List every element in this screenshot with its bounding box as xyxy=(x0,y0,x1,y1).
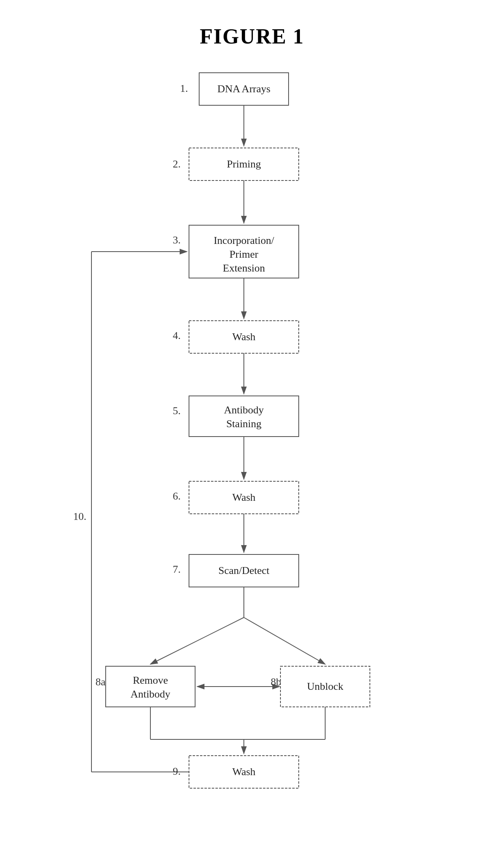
svg-line-10 xyxy=(150,617,244,664)
diagram-container: 1. 2. 3. 4. 5. 6. 7. 8a. 8b. 9. 10. DNA … xyxy=(69,73,435,845)
figure-title: FIGURE 1 xyxy=(200,24,304,48)
svg-text:4.: 4. xyxy=(173,330,181,341)
svg-text:Primer: Primer xyxy=(230,248,259,260)
svg-text:Incorporation/: Incorporation/ xyxy=(214,235,275,246)
svg-line-11 xyxy=(244,617,325,664)
svg-text:1.: 1. xyxy=(180,83,188,94)
svg-text:7.: 7. xyxy=(173,563,181,575)
svg-text:Antibody: Antibody xyxy=(130,688,170,700)
svg-text:Extension: Extension xyxy=(223,262,265,274)
svg-text:6.: 6. xyxy=(173,490,181,502)
svg-text:Wash: Wash xyxy=(232,491,255,503)
svg-text:2.: 2. xyxy=(173,158,181,170)
svg-text:Wash: Wash xyxy=(232,331,255,343)
svg-text:Antibody: Antibody xyxy=(224,404,264,416)
svg-text:Staining: Staining xyxy=(226,418,262,430)
svg-text:10.: 10. xyxy=(73,511,87,522)
svg-text:Remove: Remove xyxy=(133,674,168,686)
svg-text:3.: 3. xyxy=(173,234,181,246)
page: FIGURE 1 xyxy=(0,0,504,852)
svg-text:5.: 5. xyxy=(173,405,181,417)
svg-text:Unblock: Unblock xyxy=(307,680,343,692)
svg-text:9.: 9. xyxy=(173,765,181,777)
svg-rect-42 xyxy=(189,396,299,437)
svg-text:Wash: Wash xyxy=(232,766,255,778)
svg-text:Scan/Detect: Scan/Detect xyxy=(218,565,269,576)
svg-text:Priming: Priming xyxy=(227,158,261,170)
diagram-svg: 1. 2. 3. 4. 5. 6. 7. 8a. 8b. 9. 10. DNA … xyxy=(69,73,435,845)
svg-text:DNA Arrays: DNA Arrays xyxy=(217,83,271,95)
svg-rect-49 xyxy=(106,666,195,707)
